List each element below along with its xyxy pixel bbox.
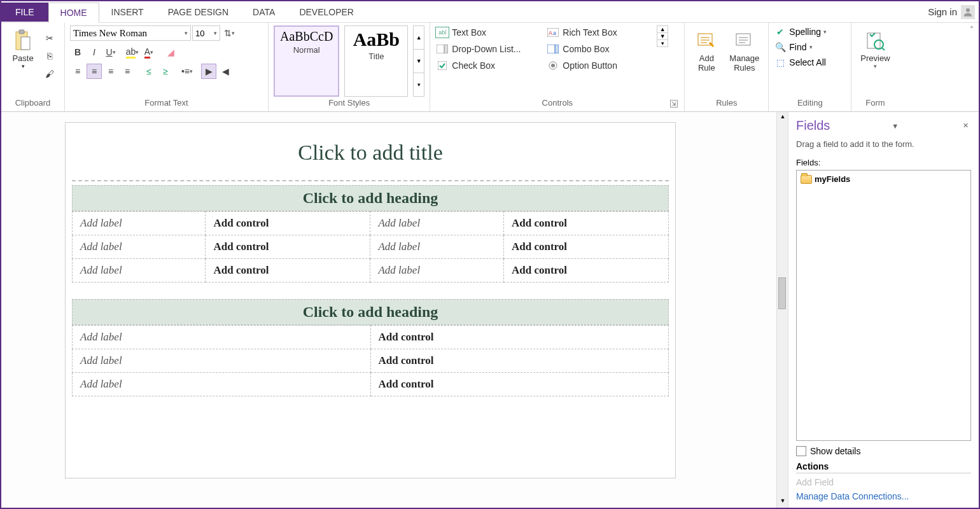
rtl-button[interactable]: ◀ — [218, 64, 233, 79]
controls-up-button[interactable]: ▲ — [657, 26, 668, 33]
label-cell[interactable]: Add label — [73, 212, 206, 235]
manage-rules-button[interactable]: Manage Rules — [725, 25, 763, 75]
copy-button[interactable]: ⎘ — [42, 48, 57, 64]
find-button[interactable]: 🔍Find ▾ — [774, 41, 812, 53]
scroll-up-button[interactable]: ▲ — [778, 113, 787, 122]
ltr-button[interactable]: ▶ — [201, 64, 216, 79]
table-row: Add label Add control Add label Add cont… — [73, 212, 669, 235]
tab-file[interactable]: FILE — [1, 3, 48, 22]
pane-close-button[interactable]: ✕ — [960, 122, 971, 130]
select-all-button[interactable]: ⬚Select All — [774, 56, 826, 69]
tree-root-item[interactable]: myFields — [801, 174, 967, 184]
pane-dropdown-button[interactable]: ▼ — [889, 122, 901, 130]
align-left-button[interactable]: ≡ — [70, 64, 85, 79]
ribbon: Paste ▾ ✂ ⎘ 🖌 Clipboard Times New Roman … — [1, 23, 979, 112]
tab-developer[interactable]: DEVELOPER — [287, 2, 366, 22]
form-title-placeholder[interactable]: Click to add title — [66, 123, 675, 180]
preview-button[interactable]: Preview ▾ — [857, 25, 893, 72]
scroll-down-button[interactable]: ▼ — [778, 498, 787, 506]
control-check-box[interactable]: Check Box — [435, 59, 543, 73]
control-rich-text-box[interactable]: AaRich Text Box — [546, 25, 654, 39]
paste-button[interactable]: Paste ▾ — [6, 25, 39, 72]
svg-text:A: A — [549, 30, 552, 36]
control-cell[interactable]: Add control — [370, 373, 669, 396]
increase-indent-button[interactable]: ≥ — [158, 64, 173, 79]
fields-tree[interactable]: myFields — [796, 170, 971, 441]
tab-home[interactable]: HOME — [48, 3, 99, 23]
spelling-button[interactable]: ✔Spelling ▾ — [774, 25, 827, 38]
label-cell[interactable]: Add label — [370, 259, 503, 282]
tab-data[interactable]: DATA — [241, 2, 287, 22]
underline-button[interactable]: U▾ — [103, 45, 118, 60]
scissors-icon: ✂ — [46, 33, 53, 43]
control-cell[interactable]: Add control — [503, 259, 668, 282]
font-color-button[interactable]: A▾ — [141, 45, 157, 60]
bullet-list-button[interactable]: •≡▾ — [179, 64, 195, 79]
control-option-button[interactable]: Option Button — [546, 59, 654, 73]
style-up-button[interactable]: ▲ — [414, 26, 424, 50]
chevron-down-icon: ▾ — [232, 30, 235, 36]
control-cell[interactable]: Add control — [503, 235, 668, 259]
label-cell[interactable]: Add label — [73, 235, 206, 259]
tab-page-design[interactable]: PAGE DESIGN — [156, 2, 241, 22]
label-cell[interactable]: Add label — [73, 259, 206, 282]
style-normal[interactable]: AaBbCcD Normal — [274, 25, 339, 97]
control-cell[interactable]: Add control — [370, 349, 669, 373]
section-heading-1[interactable]: Click to add heading — [72, 185, 669, 211]
vertical-scrollbar[interactable]: ▲ ▼ — [776, 112, 788, 508]
svg-rect-15 — [736, 34, 750, 45]
label-cell[interactable]: Add label — [370, 235, 503, 259]
label-cell[interactable]: Add label — [73, 326, 371, 349]
table-row: Add label Add control — [73, 349, 669, 373]
line-spacing-button[interactable]: ⇅▾ — [221, 25, 237, 41]
label-cell[interactable]: Add label — [370, 212, 503, 235]
checkbox-icon — [435, 60, 449, 71]
control-cell[interactable]: Add control — [206, 235, 370, 259]
control-text-box[interactable]: ablText Box — [435, 25, 543, 39]
add-rule-button[interactable]: Add Rule — [690, 25, 723, 75]
justify-button[interactable]: ≡ — [120, 64, 135, 79]
checkbox-icon — [796, 446, 806, 456]
font-family-select[interactable]: Times New Roman ▾ — [70, 25, 191, 41]
controls-down-button[interactable]: ▼ — [657, 33, 668, 40]
font-size-select[interactable]: 10 ▾ — [192, 25, 220, 41]
underline-icon: U — [106, 47, 112, 57]
style-down-button[interactable]: ▼ — [414, 50, 424, 73]
tab-insert[interactable]: INSERT — [99, 2, 156, 22]
control-dropdown-list[interactable]: Drop-Down List... — [435, 42, 543, 56]
controls-launcher[interactable]: ⇲ — [670, 100, 678, 108]
style-more-button[interactable]: ▾ — [414, 73, 424, 96]
show-details-checkbox[interactable]: Show details — [796, 446, 971, 456]
cut-button[interactable]: ✂ — [42, 31, 57, 46]
chevron-up-icon: ˄ — [970, 25, 974, 34]
align-center-button[interactable]: ≡ — [87, 64, 102, 79]
clear-formatting-button[interactable]: ◢ — [163, 45, 178, 60]
bold-button[interactable]: B — [70, 45, 85, 60]
align-right-button[interactable]: ≡ — [103, 64, 118, 79]
form-canvas[interactable]: Click to add title Click to add heading … — [65, 122, 676, 478]
style-title[interactable]: AaBb Title — [344, 25, 408, 97]
label-cell[interactable]: Add label — [73, 349, 371, 373]
collapse-ribbon-button[interactable]: ˄ — [965, 23, 979, 37]
sign-in-link[interactable]: Sign in — [924, 5, 979, 19]
control-cell[interactable]: Add control — [503, 212, 668, 235]
scroll-thumb[interactable] — [778, 277, 786, 309]
format-painter-button[interactable]: 🖌 — [42, 66, 57, 81]
ribbon-group-editing: ✔Spelling ▾ 🔍Find ▾ ⬚Select All Editing — [769, 23, 851, 111]
paste-label: Paste — [12, 53, 33, 63]
control-cell[interactable]: Add control — [206, 259, 370, 282]
control-cell[interactable]: Add control — [206, 212, 370, 235]
highlight-icon: ab — [126, 46, 136, 59]
tree-root-label: myFields — [815, 174, 850, 184]
control-combo-box[interactable]: Combo Box — [546, 42, 654, 56]
control-cell[interactable]: Add control — [370, 326, 669, 349]
sign-in-label: Sign in — [928, 6, 957, 17]
decrease-indent-button[interactable]: ≤ — [141, 64, 157, 79]
rules-group-label: Rules — [690, 97, 763, 110]
controls-more-button[interactable]: ▾ — [657, 40, 668, 46]
section-heading-2[interactable]: Click to add heading — [72, 299, 669, 325]
label-cell[interactable]: Add label — [73, 373, 371, 396]
highlight-button[interactable]: ab▾ — [125, 45, 140, 60]
italic-button[interactable]: I — [87, 45, 102, 60]
manage-data-connections-link[interactable]: Manage Data Connections... — [796, 491, 971, 501]
